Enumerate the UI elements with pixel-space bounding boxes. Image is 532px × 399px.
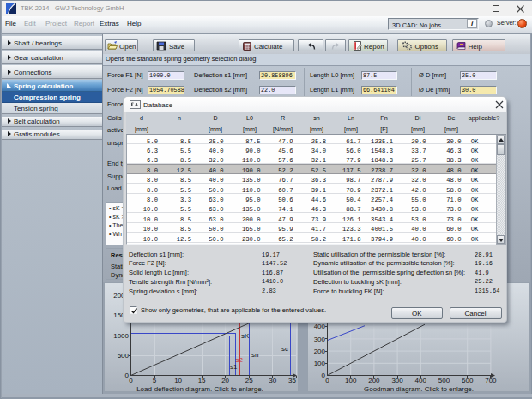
svg-text:s2: s2	[236, 356, 244, 364]
svg-text:600: 600	[462, 377, 474, 384]
svg-text:200: 200	[368, 377, 380, 384]
svg-text:25: 25	[245, 377, 253, 384]
svg-text:30: 30	[269, 377, 276, 384]
svg-text:20: 20	[221, 377, 229, 384]
svg-text:5: 5	[153, 377, 157, 384]
svg-text:500: 500	[438, 377, 450, 384]
svg-text:sK: sK	[241, 332, 250, 340]
svg-text:700: 700	[485, 377, 497, 384]
svg-text:Load-deflection diagram. Click: Load-deflection diagram. Click to enlarg…	[136, 385, 263, 393]
svg-text:200: 200	[314, 348, 326, 355]
svg-text:sc: sc	[281, 345, 288, 353]
svg-text:100: 100	[345, 377, 357, 384]
svg-text:sn: sn	[251, 351, 258, 359]
svg-text:10: 10	[174, 377, 182, 384]
svg-text:Goodman diagram. Click to enla: Goodman diagram. Click to enlarge.	[364, 385, 474, 393]
svg-text:0: 0	[325, 377, 329, 384]
svg-text:s1: s1	[230, 363, 238, 371]
svg-text:1000: 1000	[113, 332, 129, 340]
svg-text:400: 400	[314, 323, 326, 330]
svg-text:35: 35	[288, 377, 296, 384]
svg-text:300: 300	[391, 377, 403, 384]
svg-text:300: 300	[314, 336, 326, 343]
svg-text:400: 400	[415, 377, 427, 384]
svg-text:15: 15	[198, 377, 206, 384]
svg-text:500: 500	[118, 352, 130, 360]
svg-text:0: 0	[129, 377, 133, 384]
svg-text:100: 100	[314, 360, 326, 367]
